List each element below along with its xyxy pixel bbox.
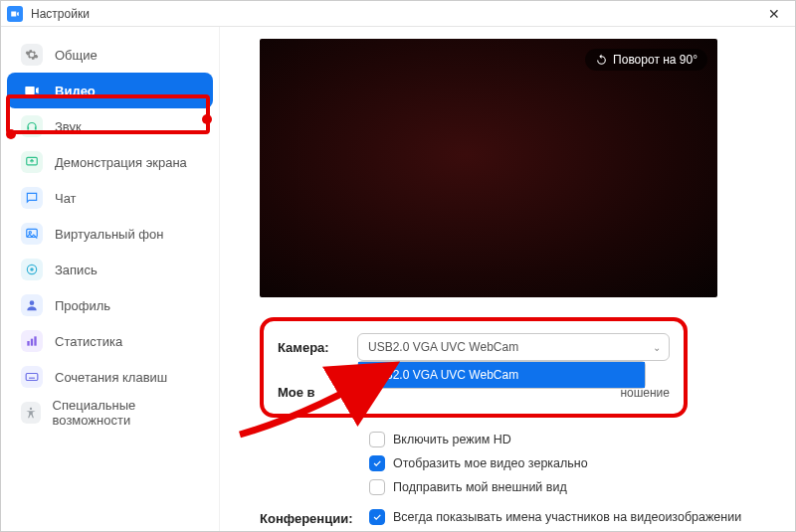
keyboard-icon	[21, 366, 43, 388]
accessibility-icon	[21, 402, 41, 424]
titlebar: Настройки ✕	[1, 1, 795, 27]
svg-point-5	[30, 300, 35, 305]
profile-icon	[21, 294, 43, 316]
checkbox-checked[interactable]	[369, 509, 385, 525]
sidebar-item-recording[interactable]: Запись	[7, 252, 213, 287]
sidebar-item-label: Статистика	[55, 334, 122, 349]
background-icon	[21, 223, 43, 245]
checkbox-unchecked[interactable]	[369, 432, 385, 447]
svg-rect-6	[27, 341, 29, 346]
headphones-icon	[21, 115, 43, 137]
sidebar-item-accessibility[interactable]: Специальные возможности	[7, 395, 213, 431]
window-title: Настройки	[31, 7, 759, 21]
camera-label: Камера:	[278, 340, 357, 355]
option-mirror[interactable]: Отобразить мое видео зеркально	[260, 451, 781, 475]
share-screen-icon	[21, 151, 43, 173]
sidebar-item-background[interactable]: Виртуальный фон	[7, 216, 213, 252]
svg-point-2	[29, 232, 31, 234]
conference-label: Конференции:	[260, 505, 369, 526]
camera-select-value: USB2.0 VGA UVC WebCam	[368, 340, 518, 354]
camera-option[interactable]: USB2.0 VGA UVC WebCam	[358, 362, 645, 388]
sidebar-item-label: Запись	[55, 263, 98, 277]
sidebar-item-label: Демонстрация экрана	[55, 155, 187, 170]
close-button[interactable]: ✕	[759, 6, 789, 22]
video-preview: Поворот на 90°	[260, 39, 717, 297]
rotate-label: Поворот на 90°	[613, 53, 697, 67]
myvideo-label: Мое в	[278, 385, 337, 400]
sidebar-item-share[interactable]: Демонстрация экрана	[7, 144, 213, 180]
sidebar-item-label: Чат	[55, 191, 77, 206]
record-icon	[21, 259, 43, 280]
option-label: Всегда показывать имена участников на ви…	[393, 510, 741, 524]
sidebar-item-chat[interactable]: Чат	[7, 180, 213, 216]
svg-point-4	[30, 267, 34, 271]
sidebar-item-shortcuts[interactable]: Сочетания клавиш	[7, 359, 213, 395]
svg-rect-7	[31, 339, 33, 346]
rotate-button[interactable]: Поворот на 90°	[585, 49, 707, 71]
sidebar-item-label: Сочетания клавиш	[55, 370, 167, 385]
option-hd[interactable]: Включить режим HD	[260, 428, 781, 451]
stats-icon	[21, 330, 43, 352]
option-mute-video[interactable]: Выключать мое видео при входе в конферен…	[369, 529, 781, 531]
svg-rect-8	[34, 336, 36, 345]
sidebar-item-audio[interactable]: Звук	[7, 108, 213, 144]
camera-dropdown: USB2.0 VGA UVC WebCam	[357, 361, 646, 389]
rotate-icon	[595, 54, 608, 67]
sidebar-item-label: Виртуальный фон	[55, 227, 163, 242]
svg-rect-9	[26, 374, 38, 381]
option-label: Включить режим HD	[393, 433, 511, 446]
sidebar-item-label: Профиль	[55, 298, 110, 313]
sidebar-item-label: Специальные возможности	[53, 398, 199, 428]
checkbox-unchecked[interactable]	[369, 479, 385, 495]
sidebar-item-general[interactable]: Общие	[7, 37, 213, 73]
camera-select[interactable]: USB2.0 VGA UVC WebCam ⌄	[357, 333, 670, 361]
chevron-down-icon: ⌄	[653, 342, 661, 353]
option-label: Отобразить мое видео зеркально	[393, 456, 588, 470]
option-show-names[interactable]: Всегда показывать имена участников на ви…	[369, 505, 781, 529]
chat-icon	[21, 187, 43, 209]
sidebar: Общие Видео Звук Демонстрация экрана	[1, 27, 220, 531]
option-touchup[interactable]: Подправить мой внешний вид	[260, 475, 781, 499]
app-icon	[7, 6, 23, 22]
sidebar-item-profile[interactable]: Профиль	[7, 287, 213, 323]
camera-highlight-box: Камера: USB2.0 VGA UVC WebCam ⌄ USB2.0 V…	[260, 317, 688, 418]
conference-options: Конференции: Всегда показывать имена уча…	[260, 505, 781, 531]
svg-point-10	[30, 408, 32, 410]
option-label: Подправить мой внешний вид	[393, 480, 567, 494]
gear-icon	[21, 44, 43, 66]
sidebar-item-label: Звук	[55, 119, 82, 134]
sidebar-item-video[interactable]: Видео	[7, 73, 213, 108]
sidebar-item-stats[interactable]: Статистика	[7, 323, 213, 359]
video-icon	[21, 80, 43, 101]
video-options: Включить режим HD Отобразить мое видео з…	[260, 428, 781, 499]
content-pane: Поворот на 90° Камера: USB2.0 VGA UVC We…	[220, 27, 795, 531]
sidebar-item-label: Видео	[55, 84, 96, 98]
checkbox-checked[interactable]	[369, 455, 385, 471]
sidebar-item-label: Общие	[55, 48, 98, 63]
